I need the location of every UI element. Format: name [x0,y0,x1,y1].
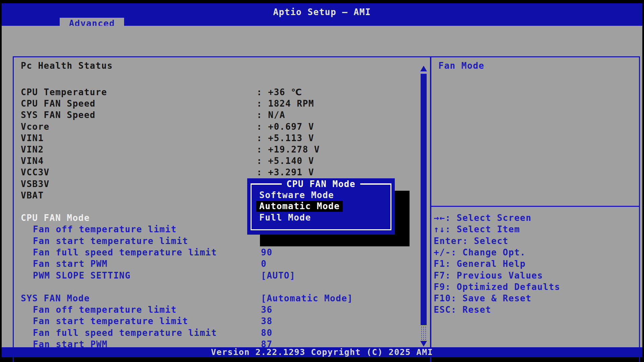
item-cpu-fan-start-temp-limit[interactable]: Fan start temperature limit [33,235,188,247]
value-sys-fan-full-speed-temp-limit: 80 [261,327,272,339]
help-general-help: F1: General Help [434,258,526,269]
scrollbar-thumb[interactable] [421,74,427,325]
health-value-vin4: : +5.140 V [257,155,314,167]
item-cpu-fan-off-temp-limit[interactable]: Fan off temperature limit [33,224,177,235]
help-change-opt: +/-: Change Opt. [434,247,526,258]
bios-screen: Aptio Setup – AMI Advanced Pc Health Sta… [0,0,644,362]
help-select-screen: →←: Select Screen [434,212,532,224]
item-sys-fan-start-temp-limit[interactable]: Fan start temperature limit [33,315,188,327]
value-sys-fan-off-temp-limit: 36 [261,304,272,315]
health-row-sys-fan-speed: SYS FAN Speed [21,109,96,121]
health-row-vcc3v: VCC3V [21,167,50,178]
app-title: Aptio Setup – AMI [2,7,642,17]
value-cpu-fan-full-speed-temp-limit: 90 [261,247,272,258]
popup-option-full-mode[interactable]: Full Mode [259,212,311,223]
health-value-sys-fan-speed: : N/A [257,109,285,121]
health-row-vin1: VIN1 [21,132,44,144]
popup-title-line-right [360,183,391,185]
help-select-item: ↑↓: Select Item [434,224,520,235]
health-value-cpu-temperature: : +36 ℃ [257,86,302,98]
popup-title-line-left [251,183,282,185]
help-previous-values: F7: Previous Values [434,270,543,281]
scrollbar-track[interactable] [421,326,427,340]
title-bar: Aptio Setup – AMI Advanced [2,3,642,26]
health-row-cpu-fan-speed: CPU FAN Speed [21,98,96,109]
item-sys-fan-full-speed-temp-limit[interactable]: Fan full speed temperature limit [33,327,217,339]
value-sys-fan-start-temp-limit: 38 [261,315,272,327]
item-cpu-fan-start-pwm[interactable]: Fan start PWM [33,258,108,269]
health-row-vbat: VBAT [21,190,44,201]
health-value-vin2: : +19.278 V [257,144,320,155]
item-sys-fan-off-temp-limit[interactable]: Fan off temperature limit [33,304,177,315]
health-row-vcore: Vcore [21,121,50,132]
value-pwm-slope-setting: [AUTO] [261,270,296,281]
cpu-fan-mode-popup: CPU FAN Mode Software Mode Automatic Mod… [247,178,395,235]
health-value-cpu-fan-speed: : 1824 RPM [257,98,314,109]
item-sys-fan-mode[interactable]: SYS FAN Mode [21,293,90,304]
health-value-vin1: : +5.113 V [257,132,314,144]
value-sys-fan-mode: [Automatic Mode] [261,293,353,304]
item-description: Fan Mode [438,60,484,71]
health-row-vin4: VIN4 [21,155,44,167]
help-enter-select: Enter: Select [434,235,508,247]
health-row-vin2: VIN2 [21,144,44,155]
help-optimized-defaults: F9: Optimized Defaults [434,281,560,293]
panel-divider [430,56,431,362]
item-pwm-slope-setting[interactable]: PWM SLOPE SETTING [33,270,131,281]
version-bar: Version 2.22.1293 Copyright (C) 2025 AMI [2,347,642,357]
popup-option-automatic-mode[interactable]: Automatic Mode [256,201,343,212]
item-cpu-fan-full-speed-temp-limit[interactable]: Fan full speed temperature limit [33,247,217,258]
health-row-cpu-temperature: CPU Temperature [21,86,107,98]
scrollbar-down-icon[interactable] [420,341,427,347]
health-value-vcc3v: : +3.291 V [257,167,314,178]
value-cpu-fan-start-pwm: 0 [261,258,267,269]
item-cpu-fan-mode[interactable]: CPU FAN Mode [21,212,90,224]
health-value-vcore: : +0.697 V [257,121,314,132]
help-esc-reset: ESC: Reset [434,304,491,315]
help-save-reset: F10: Save & Reset [434,293,532,304]
main-panel: Pc Health Status CPU Temperature : +36 ℃… [2,26,642,347]
section-title-pc-health: Pc Health Status [21,60,113,71]
popup-option-software-mode[interactable]: Software Mode [259,190,334,201]
popup-titlebar: CPU FAN Mode [251,178,391,190]
help-divider [431,206,639,207]
popup-title: CPU FAN Mode [282,179,360,189]
scrollbar-up-icon[interactable] [420,66,427,71]
health-row-vsb3v: VSB3V [21,178,50,190]
